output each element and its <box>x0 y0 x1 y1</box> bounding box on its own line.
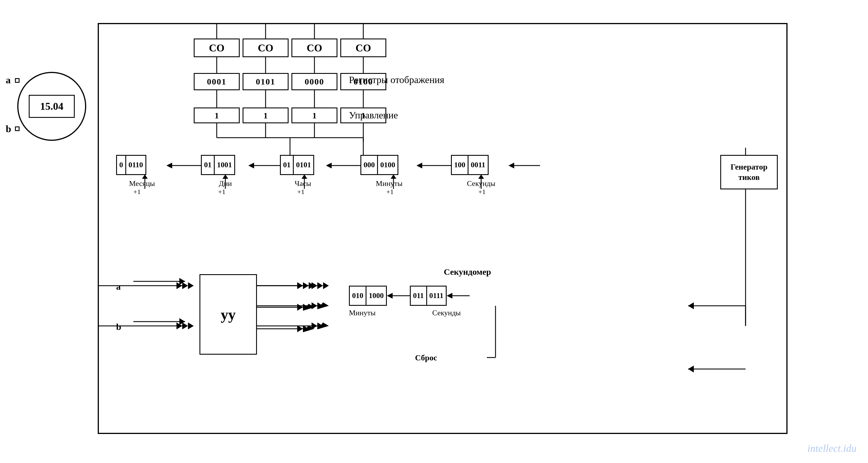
minutes-left: 000 <box>361 155 378 175</box>
arrow-minuty-chasy <box>326 161 361 170</box>
circle-value: 15.04 <box>29 95 75 118</box>
co-box-2: CO <box>243 38 288 57</box>
svg-marker-68 <box>222 175 228 179</box>
reg-box-3: 0000 <box>291 73 337 90</box>
seconds-arrow-up <box>477 175 486 189</box>
arrow-sekundy-minuty <box>416 161 451 170</box>
arrow-gen-sekundy <box>508 161 540 170</box>
minutes-plus: +1 <box>386 188 394 196</box>
generator-box: Генератор тиков <box>720 155 778 189</box>
sw-arrow <box>387 291 410 300</box>
label-a-bottom: a <box>116 281 121 292</box>
input-arrows-svg <box>128 269 205 326</box>
reg-box-2: 0101 <box>243 73 288 90</box>
svg-marker-82 <box>508 163 514 168</box>
sw-sec-left: 011 <box>410 286 427 306</box>
svg-marker-102 <box>447 293 453 299</box>
arrow-chasy-dni <box>248 161 280 170</box>
dot-a <box>15 78 20 83</box>
seconds-plus: +1 <box>478 188 486 196</box>
svg-marker-100 <box>387 293 393 299</box>
co-box-4: CO <box>340 38 386 57</box>
watermark: intellect.idu <box>807 442 857 454</box>
svg-marker-92 <box>297 304 303 311</box>
hours-plus: +1 <box>297 188 305 196</box>
months-right: 0110 <box>126 155 146 175</box>
label-b-bottom: b <box>116 321 121 332</box>
sw-min-right: 1000 <box>367 286 387 306</box>
label-b-top: b <box>6 124 11 134</box>
svg-marker-89 <box>303 282 309 289</box>
days-arrow-up <box>221 175 230 189</box>
minutes-arrow-up <box>389 175 398 189</box>
reset-label: Сброс <box>415 353 437 362</box>
minutes-right: 0100 <box>378 155 398 175</box>
ctrl-box-3: 1 <box>291 107 337 123</box>
dot-b <box>15 126 20 131</box>
days-right: 1001 <box>215 155 235 175</box>
svg-marker-62 <box>688 366 694 372</box>
svg-marker-49 <box>323 282 329 289</box>
hours-right: 0101 <box>294 155 314 175</box>
stopwatch-label: Секундомер <box>444 267 491 277</box>
days-plus: +1 <box>218 188 226 196</box>
main-container: CO CO CO CO 0001 0101 0000 0100 Регистры… <box>98 23 787 434</box>
sw-seconds-label: Секунды <box>432 309 461 317</box>
svg-marker-76 <box>391 175 396 179</box>
months-arrow-up <box>141 175 149 189</box>
counter-section: 0 0110 Месяцы +1 01 1001 Дни +1 <box>116 155 717 212</box>
months-plus: +1 <box>133 188 141 196</box>
seconds-right: 0011 <box>468 155 489 175</box>
svg-marker-90 <box>309 282 314 289</box>
co-row: CO CO CO CO <box>194 38 386 57</box>
uu-box: уу <box>199 274 257 354</box>
svg-marker-88 <box>297 282 303 289</box>
sw-sec-right: 0111 <box>427 286 447 306</box>
svg-marker-78 <box>416 163 422 168</box>
svg-marker-74 <box>326 163 332 168</box>
co-box-3: CO <box>291 38 337 57</box>
sw-min-left: 010 <box>349 286 367 306</box>
label-a-top: a <box>6 75 11 86</box>
ctrl-label: Управление <box>349 110 398 121</box>
output-arrows-svg <box>257 274 323 340</box>
ctrl-box-1: 1 <box>194 107 240 123</box>
svg-marker-96 <box>297 325 303 332</box>
svg-marker-80 <box>478 175 484 179</box>
circle-display: 15.04 <box>17 72 86 141</box>
hours-left: 01 <box>280 155 294 175</box>
svg-marker-70 <box>248 163 254 168</box>
days-left: 01 <box>201 155 215 175</box>
reg-box-1: 0001 <box>194 73 240 90</box>
svg-marker-64 <box>142 175 148 179</box>
svg-marker-72 <box>302 175 307 179</box>
stopwatch-section: 010 1000 011 0111 <box>349 286 470 306</box>
months-left: 0 <box>116 155 126 175</box>
hours-arrow-up <box>300 175 309 189</box>
ctrl-box-2: 1 <box>243 107 288 123</box>
sw-minutes-label: Минуты <box>349 309 376 317</box>
sw-gen-arrow <box>447 291 470 300</box>
svg-marker-66 <box>166 163 172 168</box>
svg-marker-84 <box>179 278 185 285</box>
svg-marker-60 <box>688 302 694 309</box>
reset-arrow-svg <box>487 306 516 363</box>
reg-label: Регистры отображения <box>349 74 444 85</box>
co-box-1: CO <box>194 38 240 57</box>
arrow-dni-mesyacy <box>166 161 201 170</box>
seconds-left: 100 <box>451 155 468 175</box>
uu-label: уу <box>221 306 236 323</box>
svg-marker-86 <box>179 318 185 325</box>
